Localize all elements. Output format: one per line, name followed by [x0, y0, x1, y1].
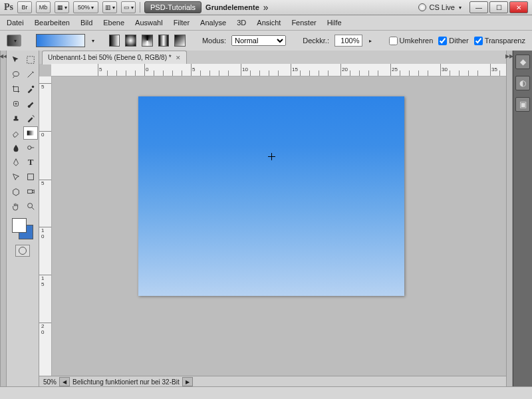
menu-ansicht[interactable]: Ansicht — [257, 19, 281, 27]
extension-badge[interactable]: PSD-Tutorials — [144, 1, 201, 13]
document-canvas[interactable] — [138, 96, 404, 296]
svg-rect-8 — [28, 190, 33, 193]
svg-rect-5 — [27, 131, 35, 136]
minibridge-button[interactable]: Mb — [36, 1, 51, 13]
tool-preset-button[interactable]: ▾ — [7, 35, 21, 47]
modus-label: Modus: — [202, 37, 226, 45]
workspace-more-icon[interactable]: » — [263, 2, 269, 13]
magic-wand-tool[interactable] — [23, 68, 38, 81]
color-swatches[interactable] — [12, 218, 33, 239]
gradient-diamond-icon[interactable] — [174, 35, 186, 47]
gradient-picker-arrow[interactable]: ▾ — [92, 38, 94, 44]
deckkr-label: Deckkr.: — [303, 37, 329, 45]
window-statusbar — [0, 386, 532, 399]
umkehren-checkbox[interactable]: Umkehren — [389, 37, 434, 45]
gradient-linear-icon[interactable] — [109, 35, 120, 47]
zoom-tool[interactable] — [23, 200, 38, 213]
lasso-tool[interactable] — [9, 68, 23, 81]
bridge-button[interactable]: Br — [17, 1, 32, 13]
zoom-readout[interactable]: 50% — [43, 378, 57, 386]
gradient-reflected-icon[interactable] — [158, 35, 170, 47]
panel-dock: ◆ ◐ ▣ — [513, 51, 532, 387]
dodge-tool[interactable] — [23, 141, 38, 154]
maximize-button[interactable]: ☐ — [489, 1, 508, 13]
blur-tool[interactable] — [9, 141, 23, 154]
move-tool[interactable] — [9, 53, 23, 66]
menu-auswahl[interactable]: Auswahl — [135, 19, 163, 27]
history-brush-tool[interactable] — [23, 112, 38, 125]
workspace-name[interactable]: Grundelemente — [205, 3, 259, 11]
hand-tool[interactable] — [9, 200, 23, 213]
svg-point-9 — [28, 203, 33, 208]
deckkr-input[interactable]: 100% — [334, 35, 362, 47]
quickmask-button[interactable] — [15, 245, 30, 257]
frames-button[interactable]: ▦▾ — [55, 1, 69, 13]
cs-live[interactable]: CS Live▾ — [418, 3, 462, 11]
eraser-tool[interactable] — [9, 126, 23, 140]
menu-fenster[interactable]: Fenster — [291, 19, 316, 27]
collapse-left-icon[interactable]: ◀◀ — [0, 51, 7, 387]
gradient-radial-icon[interactable] — [125, 35, 136, 47]
3d-tool[interactable] — [9, 185, 23, 198]
svg-point-1 — [13, 72, 19, 76]
menu-filter[interactable]: Filter — [174, 19, 190, 27]
paths-icon[interactable]: ▣ — [515, 97, 530, 112]
eyedropper-tool[interactable] — [23, 82, 38, 96]
menu-analyse[interactable]: Analyse — [200, 19, 226, 27]
menu-3d[interactable]: 3D — [237, 19, 246, 27]
toolbox: T — [7, 51, 39, 387]
dither-checkbox[interactable]: Dither — [438, 37, 468, 45]
gradient-tool[interactable] — [23, 126, 38, 140]
document-tabs: Unbenannt-1 bei 50% (Ebene 0, RGB/8) * ✕ — [39, 51, 506, 64]
marquee-tool[interactable] — [23, 53, 38, 66]
stamp-tool[interactable] — [9, 112, 23, 125]
minimize-button[interactable]: — — [469, 1, 488, 13]
status-message: Belichtung funktioniert nur bei 32-Bit — [72, 378, 180, 386]
menu-ebene[interactable]: Ebene — [103, 19, 124, 27]
3d-camera-tool[interactable] — [23, 185, 38, 198]
info-prev-icon[interactable]: ◀ — [59, 377, 70, 386]
menu-datei[interactable]: Datei — [7, 19, 24, 27]
modus-select[interactable]: Normal — [231, 35, 286, 46]
shape-tool[interactable] — [23, 170, 38, 184]
screenmode-button[interactable]: ▭▾ — [121, 1, 136, 13]
gradient-angle-icon[interactable] — [142, 35, 153, 47]
gradient-preview[interactable] — [36, 34, 86, 47]
menubar: Datei Bearbeiten Bild Ebene Auswahl Filt… — [0, 15, 532, 31]
arrange-button[interactable]: ▥▾ — [102, 1, 117, 13]
tab-title: Unbenannt-1 bei 50% (Ebene 0, RGB/8) * — [48, 54, 172, 61]
svg-point-2 — [33, 72, 34, 73]
canvas-area[interactable] — [52, 76, 506, 376]
pen-tool[interactable] — [9, 156, 23, 169]
path-select-tool[interactable] — [9, 170, 23, 184]
svg-point-3 — [32, 86, 35, 88]
crop-tool[interactable] — [9, 82, 23, 96]
doc-tab[interactable]: Unbenannt-1 bei 50% (Ebene 0, RGB/8) * ✕ — [42, 51, 187, 65]
type-tool[interactable]: T — [23, 156, 38, 169]
channels-icon[interactable]: ◐ — [515, 76, 530, 90]
titlebar: Ps Br Mb ▦▾ 50%▾ ▥▾ ▭▾ PSD-Tutorials Gru… — [0, 0, 532, 15]
svg-rect-0 — [27, 57, 35, 64]
menu-bearbeiten[interactable]: Bearbeiten — [35, 19, 70, 27]
app-logo: Ps — [4, 2, 13, 13]
menu-bild[interactable]: Bild — [80, 19, 92, 27]
ruler-vertical[interactable]: 5051 01 52 0 — [39, 76, 52, 376]
zoom-menu[interactable]: 50%▾ — [73, 1, 98, 13]
layers-icon[interactable]: ◆ — [515, 55, 530, 69]
healing-tool[interactable] — [9, 97, 23, 110]
close-button[interactable]: ✕ — [509, 1, 528, 13]
menu-hilfe[interactable]: Hilfe — [327, 19, 342, 27]
svg-rect-7 — [28, 174, 34, 180]
deckkr-arrow[interactable]: ▸ — [369, 38, 372, 44]
collapse-right-icon[interactable]: ▶▶ — [506, 51, 513, 387]
foreground-color[interactable] — [12, 218, 27, 233]
ruler-horizontal[interactable]: 505101520253035 — [51, 64, 506, 76]
transparenz-checkbox[interactable]: Transparenz — [474, 37, 525, 45]
status-strip: 50% ◀ Belichtung funktioniert nur bei 32… — [39, 376, 506, 387]
info-next-icon[interactable]: ▶ — [182, 377, 193, 386]
options-bar: ▾ ▾ Modus: Normal Deckkr.: 100% ▸ Umkehr… — [0, 31, 532, 51]
brush-tool[interactable] — [23, 97, 38, 110]
tab-close-icon[interactable]: ✕ — [176, 55, 181, 61]
svg-point-6 — [28, 146, 31, 149]
